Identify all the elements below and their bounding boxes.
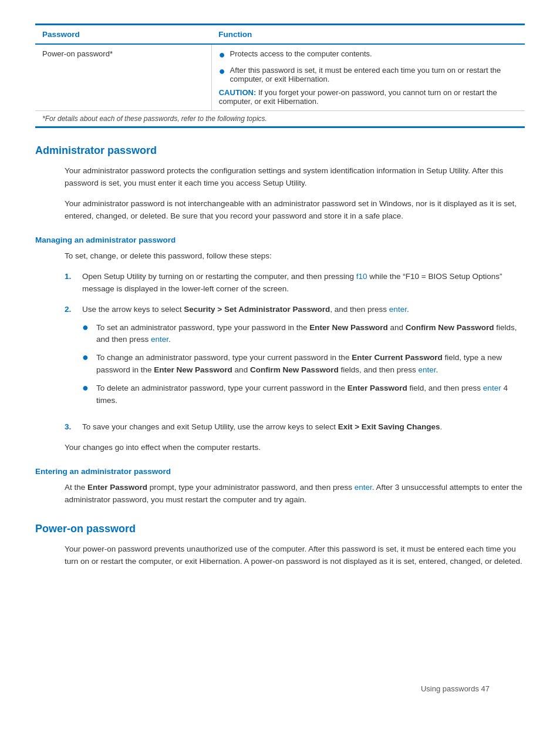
sub-item-2-text: To change an administrator password, typ… bbox=[96, 352, 525, 377]
entering-heading: Entering an administrator password bbox=[35, 467, 525, 476]
sub-bullet-icon: ● bbox=[82, 350, 92, 365]
sub2-text-middle2: and bbox=[232, 365, 250, 374]
entering-bold1: Enter Password bbox=[87, 483, 147, 492]
sub1-text-before: To set an administrator password, type y… bbox=[96, 323, 309, 332]
sub1-bold1: Enter New Password bbox=[309, 323, 388, 332]
power-on-para: Your power-on password prevents unauthor… bbox=[65, 543, 525, 568]
step-2-text-before: Use the arrow keys to select bbox=[82, 305, 184, 314]
step-2-text-after: . bbox=[407, 305, 409, 314]
password-cell: Power-on password* bbox=[35, 44, 211, 111]
step-3-text-after: . bbox=[440, 422, 442, 431]
managing-intro: To set, change, or delete this password,… bbox=[65, 250, 525, 263]
step-1-num: 1. bbox=[65, 271, 82, 283]
function-text-2: After this password is set, it must be e… bbox=[230, 66, 518, 83]
sub2-text-middle3: fields, and then press bbox=[339, 365, 419, 374]
step-2-link-enter: enter bbox=[389, 305, 407, 314]
entering-text-middle: prompt, type your administrator password… bbox=[147, 483, 355, 492]
page-footer: Using passwords 47 bbox=[421, 684, 490, 693]
sub-bullet-icon: ● bbox=[82, 320, 92, 335]
list-item: ● Protects access to the computer conten… bbox=[219, 49, 518, 62]
steps-list: 1. Open Setup Utility by turning on or r… bbox=[65, 271, 525, 434]
entering-link-enter: enter bbox=[355, 483, 372, 492]
step-2-text-middle: , and then press bbox=[330, 305, 389, 314]
sub3-link-enter: enter bbox=[483, 384, 501, 392]
step-2-sub-list: ● To set an administrator password, type… bbox=[82, 322, 525, 408]
sub3-bold1: Enter Password bbox=[348, 384, 407, 392]
footer-text: Using passwords 47 bbox=[421, 684, 490, 693]
step-3-content: To save your changes and exit Setup Util… bbox=[82, 421, 525, 434]
sub-item-3: ● To delete an administrator password, t… bbox=[82, 382, 525, 407]
sub2-link-enter: enter bbox=[419, 365, 436, 374]
step-3: 3. To save your changes and exit Setup U… bbox=[65, 421, 525, 434]
sub2-text-before: To change an administrator password, typ… bbox=[96, 353, 352, 362]
step-1-link-f10: f10 bbox=[356, 272, 367, 281]
password-table: Password Function Power-on password* ● P… bbox=[35, 23, 525, 128]
sub2-text-after: . bbox=[436, 365, 438, 374]
step-1-text-before: Open Setup Utility by turning on or rest… bbox=[82, 272, 356, 281]
bullet-icon: ● bbox=[219, 48, 225, 62]
managing-closing: Your changes go into effect when the com… bbox=[65, 442, 525, 454]
caution-label: CAUTION: bbox=[219, 88, 258, 97]
sub-bullet-icon: ● bbox=[82, 381, 92, 395]
caution-block: CAUTION: If you forget your power-on pas… bbox=[219, 88, 518, 106]
power-on-heading: Power-on password bbox=[35, 523, 525, 535]
function-cell: ● Protects access to the computer conten… bbox=[211, 44, 525, 111]
step-3-text-before: To save your changes and exit Setup Util… bbox=[82, 422, 338, 431]
admin-password-para2: Your administrator password is not inter… bbox=[65, 198, 525, 223]
step-3-num: 3. bbox=[65, 421, 82, 434]
sub3-text-middle: field, and then press bbox=[407, 384, 483, 392]
sub2-bold3: Confirm New Password bbox=[250, 365, 339, 374]
sub2-bold1: Enter Current Password bbox=[352, 353, 443, 362]
caution-text: If you forget your power-on password, yo… bbox=[219, 88, 497, 106]
entering-text-before: At the bbox=[65, 483, 87, 492]
step-2-bold1: Security > Set Administrator Password bbox=[184, 305, 330, 314]
step-2-num: 2. bbox=[65, 304, 82, 316]
step-2: 2. Use the arrow keys to select Security… bbox=[65, 304, 525, 413]
managing-heading: Managing an administrator password bbox=[35, 236, 525, 244]
sub-item-3-text: To delete an administrator password, typ… bbox=[96, 382, 525, 407]
bullet-icon: ● bbox=[219, 64, 225, 79]
footnote-cell: *For details about each of these passwor… bbox=[35, 111, 525, 127]
function-list: ● Protects access to the computer conten… bbox=[219, 49, 518, 83]
footnote-row: *For details about each of these passwor… bbox=[35, 111, 525, 127]
admin-password-para1: Your administrator password protects the… bbox=[65, 165, 525, 190]
sub1-text-after: . bbox=[168, 335, 171, 344]
step-2-content: Use the arrow keys to select Security > … bbox=[82, 304, 525, 413]
table-row: Power-on password* ● Protects access to … bbox=[35, 44, 525, 111]
list-item: ● After this password is set, it must be… bbox=[219, 66, 518, 83]
step-1-content: Open Setup Utility by turning on or rest… bbox=[82, 271, 525, 295]
sub-item-1-text: To set an administrator password, type y… bbox=[96, 322, 525, 347]
function-text-1: Protects access to the computer contents… bbox=[230, 49, 372, 58]
sub2-bold2: Enter New Password bbox=[154, 365, 232, 374]
admin-password-heading: Administrator password bbox=[35, 145, 525, 157]
sub1-text-middle: and bbox=[388, 323, 406, 332]
sub-item-1: ● To set an administrator password, type… bbox=[82, 322, 525, 347]
entering-text: At the Enter Password prompt, type your … bbox=[65, 482, 525, 506]
table-header-function: Function bbox=[211, 25, 525, 45]
step-3-bold1: Exit > Exit Saving Changes bbox=[338, 422, 440, 431]
sub3-text-before: To delete an administrator password, typ… bbox=[96, 384, 348, 392]
step-1: 1. Open Setup Utility by turning on or r… bbox=[65, 271, 525, 295]
sub1-bold2: Confirm New Password bbox=[406, 323, 494, 332]
table-header-password: Password bbox=[35, 25, 211, 45]
sub1-link-enter: enter bbox=[151, 335, 168, 344]
sub-item-2: ● To change an administrator password, t… bbox=[82, 352, 525, 377]
